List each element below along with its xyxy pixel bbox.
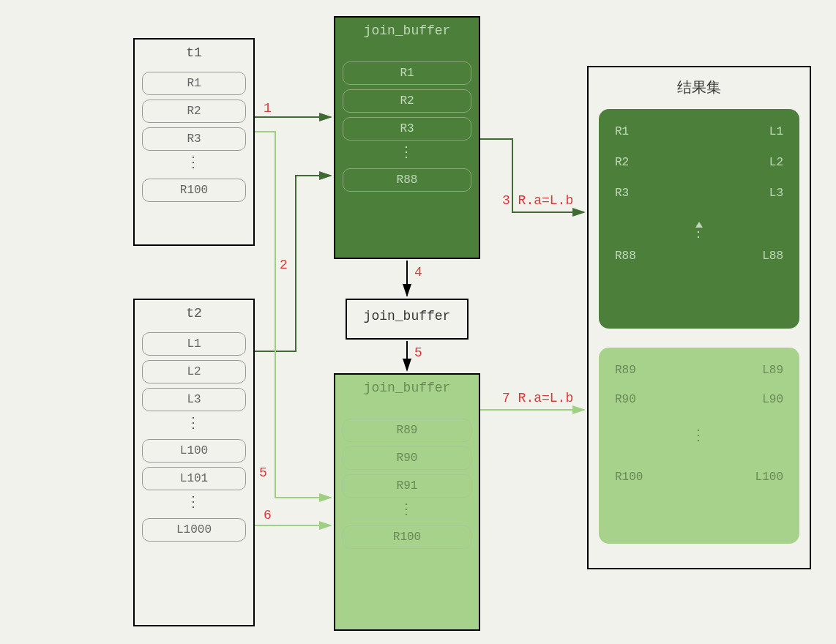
t2-row: L3 [142,388,246,411]
jb3-rows: R89 R90 R91 ⋮ R100 [335,400,479,561]
t2-row: L101 [142,467,246,490]
t1-row: R100 [142,179,246,202]
result-title: 结果集 [589,67,810,105]
result-set: 结果集 R1L1 R2L2 R3L3 ⋮ R88L88 R89L89 R90L9… [587,66,811,569]
result-row: R88L88 [609,244,789,269]
jb3-row: R91 [343,474,471,498]
join-buffer-empty: join_buffer [346,299,469,340]
ellipsis: ⋮ [609,225,789,244]
t1-rows: R1 R2 R3 ⋮ R100 [135,64,253,214]
t2-row: L1 [142,332,246,356]
edge-label-4: 4 [414,265,422,280]
join-buffer-2: join_buffer R89 R90 R91 ⋮ R100 [334,373,480,631]
result-row: R1L1 [609,119,789,144]
jb1-row: R88 [343,168,471,192]
result-row: R2L2 [609,150,789,175]
ellipsis: ⋮ [142,155,246,174]
join-buffer-1: join_buffer R1 R2 R3 ⋮ R88 [334,16,480,259]
t1-title: t1 [135,40,253,64]
t2-rows: L1 L2 L3 ⋮ L100 L101 ⋮ L1000 [135,325,253,553]
t1-row: R2 [142,100,246,123]
jb3-row: R89 [343,419,471,442]
edge-5b [255,132,331,498]
edge-label-6: 6 [264,508,272,523]
table-t1: t1 R1 R2 R3 ⋮ R100 [133,38,255,246]
ellipsis: ⋮ [343,145,471,164]
ellipsis: ⋮ [609,412,789,460]
t1-row: R1 [142,72,246,95]
result-row: R90L90 [609,383,789,412]
result-panel-2: R89L89 R90L90 ⋮ R100L100 [599,348,799,544]
jb3-row: R100 [343,525,471,549]
result-row: R89L89 [609,358,789,383]
jb3-title: join_buffer [335,375,479,400]
result-row: R100L100 [609,460,789,490]
edge-label-5a: 5 [414,345,422,360]
jb1-row: R2 [343,89,471,113]
ellipsis: ⋮ [142,495,246,514]
edge-label-3: 3 R.a=L.b [502,193,573,208]
edge-label-2: 2 [280,258,288,272]
t2-row: L1000 [142,518,246,542]
result-panel-1: R1L1 R2L2 R3L3 ⋮ R88L88 [599,109,799,329]
jb1-row: R1 [343,61,471,85]
jb1-row: R3 [343,117,471,141]
jb1-title: join_buffer [335,18,479,42]
edge-label-7: 7 R.a=L.b [502,391,573,405]
jb2-title: join_buffer [347,300,467,332]
edge-2 [255,176,331,351]
table-t2: t2 L1 L2 L3 ⋮ L100 L101 ⋮ L1000 [133,299,255,626]
ellipsis: ⋮ [343,502,471,521]
t2-row: L2 [142,360,246,383]
result-row: R3L3 [609,181,789,206]
edge-label-1: 1 [264,101,272,116]
t2-row: L100 [142,439,246,463]
ellipsis: ⋮ [142,416,246,435]
t1-row: R3 [142,127,246,151]
edge-label-5b: 5 [259,465,267,480]
t2-title: t2 [135,300,253,325]
jb3-row: R90 [343,446,471,470]
jb1-rows: R1 R2 R3 ⋮ R88 [335,42,479,203]
